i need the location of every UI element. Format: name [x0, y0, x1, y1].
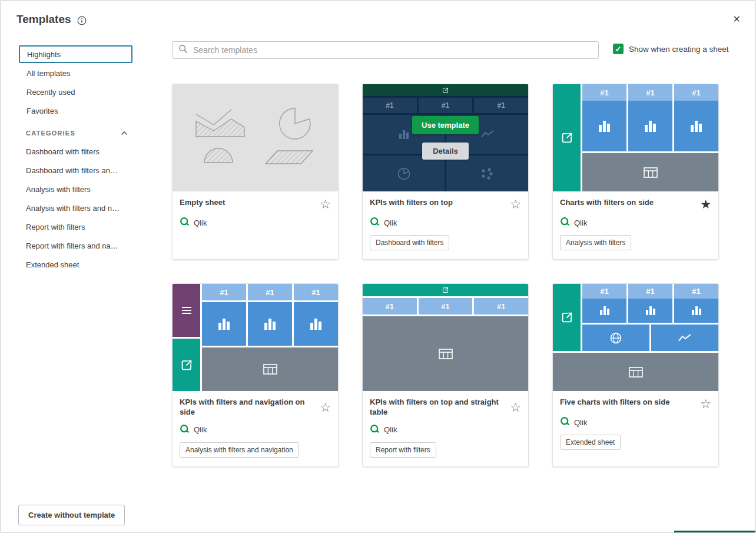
show-when-creating-checkbox[interactable]: ✓: [613, 44, 624, 54]
favorite-star-icon[interactable]: ☆: [510, 398, 521, 418]
bar-chart-icon: [692, 306, 701, 315]
table-icon: [644, 167, 658, 178]
charts-side-thumbnail: #1 #1 #1: [553, 84, 718, 191]
close-icon[interactable]: ✕: [733, 15, 741, 24]
kpis-top-table-thumbnail: #1 #1 #1: [363, 284, 528, 391]
table-tile: [363, 316, 528, 391]
template-card-charts-filters-side[interactable]: #1 #1 #1: [552, 84, 719, 260]
qlik-logo-icon: [180, 424, 190, 436]
template-grid: Empty sheet ☆ Qlik #1 #1 #1: [172, 84, 719, 467]
table-tile: [553, 353, 718, 391]
details-button[interactable]: Details: [422, 143, 469, 160]
bar-chart-tile: [202, 302, 246, 346]
bar-chart-icon: [218, 319, 230, 330]
bottom-edge-decor: [674, 531, 755, 532]
filter-pane-column: [553, 84, 581, 191]
table-tile: [582, 153, 718, 191]
bar-chart-icon: [264, 319, 276, 330]
sidebar-item-extended-sheet[interactable]: Extended sheet: [19, 255, 132, 274]
qlik-logo-icon: [560, 217, 570, 229]
sidebar-item-report-with-filters[interactable]: Report with filters: [19, 217, 132, 236]
page-title: Templates: [16, 13, 71, 26]
collapse-categories-button[interactable]: [118, 128, 130, 138]
publisher-row: Qlik: [560, 416, 711, 428]
qlik-logo-icon: [370, 424, 380, 436]
card-title: KPIs with filters and navigation on side: [180, 398, 314, 418]
kpi-chart-tile: #1: [628, 284, 672, 323]
card-title: Charts with filters on side: [560, 198, 654, 210]
template-card-kpis-filters-top[interactable]: #1 #1 #1 Use template Details: [362, 84, 529, 260]
template-card-five-charts-filters-side[interactable]: #1 #1 #1: [552, 283, 719, 467]
navigation-column: [173, 284, 200, 337]
card-body: Empty sheet ☆ Qlik: [173, 191, 338, 237]
sidebar-item-favorites[interactable]: Favorites: [19, 102, 132, 120]
kpi-chart-tile: #1: [628, 84, 672, 151]
kpi-title: #1: [202, 284, 246, 300]
map-tile: [582, 325, 649, 351]
table-icon: [629, 366, 643, 378]
template-card-empty-sheet[interactable]: Empty sheet ☆ Qlik: [172, 84, 339, 260]
filter-pane-icon: [560, 131, 574, 145]
sidebar: Highlights All templates Recently used F…: [19, 45, 132, 274]
bar-chart-icon: [599, 121, 610, 132]
create-without-template-button[interactable]: Create without template: [18, 505, 125, 525]
sidebar-item-all-templates[interactable]: All templates: [19, 64, 132, 82]
template-card-kpis-top-straight-table[interactable]: #1 #1 #1 KPIs with filters on top and st…: [362, 283, 529, 467]
sidebar-item-dashboard-with-filters[interactable]: Dashboard with filters: [19, 142, 132, 161]
sidebar-item-report-with-filters-and-nav[interactable]: Report with filters and na…: [19, 236, 132, 255]
qlik-logo-icon: [180, 217, 190, 229]
kpi-title: #1: [294, 284, 338, 300]
templates-dialog: Templates ✕ Highlights All templates Rec…: [0, 0, 756, 533]
sidebar-item-analysis-with-filters[interactable]: Analysis with filters: [19, 180, 132, 198]
search-icon: [178, 44, 188, 56]
sheet-sketch-illustration: [188, 101, 323, 175]
table-tile: [202, 347, 338, 391]
card-body: Charts with filters on side ★ Qlik Analy…: [553, 191, 718, 259]
filter-bar-strip: [363, 284, 528, 296]
favorite-star-icon[interactable]: ★: [700, 198, 711, 210]
use-template-button[interactable]: Use template: [412, 116, 479, 134]
favorite-star-icon[interactable]: ☆: [700, 398, 711, 410]
line-chart-icon: [678, 333, 691, 343]
sidebar-item-recently-used[interactable]: Recently used: [19, 83, 132, 101]
card-body: KPIs with filters and navigation on side…: [173, 391, 338, 466]
search-input[interactable]: [193, 45, 592, 55]
filter-pane-column: [553, 284, 581, 351]
table-icon: [263, 363, 277, 375]
card-title: Five charts with filters on side: [560, 398, 669, 410]
kpi-title: #1: [582, 84, 626, 101]
template-card-kpis-filters-nav-side[interactable]: #1 #1 #1 KPIs with filters: [172, 283, 339, 467]
info-icon[interactable]: [77, 16, 87, 25]
chevron-up-icon: [121, 131, 128, 135]
kpi-chart-tile: #1: [582, 284, 626, 323]
sketch-half-donut-icon: [204, 148, 233, 163]
sidebar-item-highlights[interactable]: Highlights: [19, 45, 132, 63]
category-tag: Report with filters: [370, 442, 436, 458]
globe-icon: [609, 332, 622, 345]
sidebar-item-dashboard-with-filters-and-nav[interactable]: Dashboard with filters an…: [19, 161, 132, 180]
card-body: KPIs with filters on top ☆ Qlik Dashboar…: [363, 191, 528, 259]
sidebar-item-analysis-with-filters-and-nav[interactable]: Analysis with filters and n…: [19, 198, 132, 217]
card-title: KPIs with filters on top and straight ta…: [370, 398, 504, 418]
category-tag: Dashboard with filters: [370, 235, 449, 250]
checkbox-label: Show when creating a sheet: [629, 45, 729, 54]
publisher-name: Qlik: [384, 425, 397, 434]
sketch-pie-chart-icon: [279, 108, 310, 138]
category-tag: Analysis with filters and navigation: [180, 442, 299, 458]
publisher-row: Qlik: [180, 424, 331, 436]
kpi-title: #1: [674, 284, 718, 299]
favorite-star-icon[interactable]: ☆: [510, 198, 521, 210]
bar-chart-tile: [248, 302, 292, 346]
favorite-star-icon[interactable]: ☆: [320, 198, 331, 210]
filter-pane-icon: [442, 286, 449, 294]
five-charts-side-thumbnail: #1 #1 #1: [553, 284, 718, 391]
card-body: KPIs with filters on top and straight ta…: [363, 391, 528, 466]
category-tag: Extended sheet: [560, 435, 621, 450]
filter-pane-box: [173, 339, 200, 391]
filter-pane-icon: [180, 358, 194, 372]
publisher-name: Qlik: [574, 418, 587, 427]
favorite-star-icon[interactable]: ☆: [320, 398, 331, 418]
card-title: KPIs with filters on top: [370, 198, 453, 210]
kpi-title: #1: [628, 284, 672, 299]
dialog-title-row: Templates: [16, 13, 87, 26]
